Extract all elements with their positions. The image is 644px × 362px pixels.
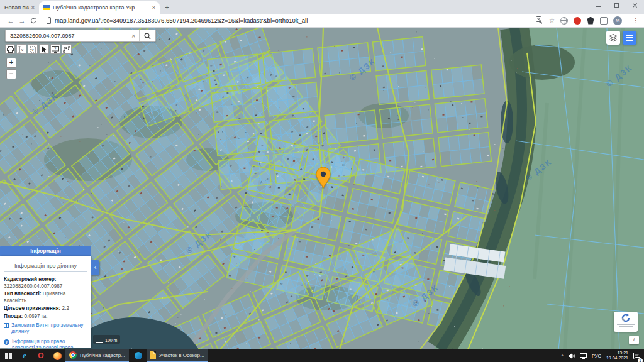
browser-menu-icon[interactable]: ⋮ bbox=[633, 17, 639, 24]
parcel-links: Замовити Витяг про земельну ділянкуiІнфо… bbox=[0, 321, 91, 348]
panel-collapse-button[interactable]: ‹ bbox=[91, 260, 99, 275]
windows-logo-icon bbox=[5, 353, 12, 359]
parcel-action-link[interactable]: iІнформація про право власності та речов… bbox=[4, 339, 87, 349]
close-icon[interactable] bbox=[632, 3, 638, 8]
bookmark-star-icon[interactable]: ☆ bbox=[549, 17, 555, 24]
cadastral-search-box: × bbox=[5, 30, 156, 42]
volume-icon[interactable] bbox=[569, 350, 575, 361]
print-button[interactable] bbox=[5, 44, 15, 54]
opera-icon: O bbox=[38, 351, 43, 360]
chrome-icon bbox=[69, 351, 77, 359]
map-toolbar: v v ? bbox=[5, 44, 72, 54]
taskbar-opera[interactable]: O bbox=[33, 349, 49, 362]
ukraine-flag-favicon bbox=[43, 5, 50, 10]
firefox-icon bbox=[53, 352, 62, 360]
identify-button[interactable]: ? bbox=[50, 44, 60, 54]
new-tab-button[interactable]: + bbox=[165, 3, 169, 12]
scale-bar: 100 m bbox=[93, 335, 120, 344]
tray-time: 13:21 bbox=[606, 351, 628, 356]
tab-close-icon[interactable]: × bbox=[31, 4, 35, 11]
pointer-tool-button[interactable] bbox=[39, 44, 49, 54]
zoom-controls: + − bbox=[6, 58, 16, 79]
rights-info-icon: i bbox=[4, 339, 9, 345]
reload-icon[interactable] bbox=[28, 18, 39, 24]
parcel-fields: Кадастровий номер:3220882600:04:007:0987… bbox=[0, 277, 91, 320]
parcel-field: Кадастровий номер:3220882600:04:007:0987 bbox=[4, 277, 87, 290]
address-bar[interactable]: map.land.gov.ua/?cc=3409187.35183076,650… bbox=[44, 16, 531, 26]
parcel-info-title: Інформація про ділянку bbox=[4, 260, 87, 272]
tray-date: 19.04.2021 bbox=[606, 356, 628, 361]
zoom-in-button[interactable]: + bbox=[6, 58, 16, 68]
attribution-widget[interactable] bbox=[614, 312, 638, 332]
language-indicator[interactable]: РУС bbox=[592, 353, 601, 359]
taskbar-window-title: Участок в Осокор... bbox=[159, 353, 204, 358]
start-button[interactable] bbox=[0, 349, 16, 362]
route-tool-button[interactable] bbox=[62, 44, 72, 54]
translate-icon[interactable] bbox=[536, 15, 543, 26]
extension-globe-icon[interactable] bbox=[560, 17, 568, 25]
browser-tab-bar: Новая вкладка × Публічна кадастрова карт… bbox=[0, 0, 644, 14]
taskbar-document-window[interactable]: Участок в Осокор... bbox=[147, 349, 208, 362]
route-icon bbox=[63, 46, 70, 53]
forward-icon[interactable]: → bbox=[16, 17, 28, 25]
hamburger-icon bbox=[626, 35, 633, 36]
edge-icon bbox=[135, 352, 142, 359]
ie-icon: e bbox=[23, 351, 26, 361]
identify-icon: ? bbox=[52, 46, 59, 53]
network-icon[interactable] bbox=[580, 350, 587, 361]
search-input[interactable] bbox=[6, 33, 128, 39]
back-icon[interactable]: ← bbox=[5, 17, 16, 25]
layers-button[interactable] bbox=[606, 31, 620, 45]
maximize-icon[interactable] bbox=[614, 3, 619, 8]
window-controls bbox=[596, 0, 644, 9]
extract-icon bbox=[4, 323, 9, 328]
measure-length-button[interactable]: v bbox=[16, 44, 26, 54]
profile-avatar[interactable]: M bbox=[613, 16, 622, 25]
tab-close-icon[interactable]: × bbox=[152, 4, 155, 11]
info-panel-header[interactable]: Інформація bbox=[0, 246, 91, 256]
zoom-out-button[interactable]: − bbox=[6, 69, 16, 79]
svg-text:v: v bbox=[31, 48, 33, 52]
document-icon bbox=[150, 351, 156, 359]
parcel-field: Тип власності: Приватна власність bbox=[4, 291, 87, 304]
tab-title: Публічна кадастрова карта Укр bbox=[53, 4, 150, 11]
tab-cadastral-map[interactable]: Публічна кадастрова карта Укр × bbox=[39, 1, 160, 14]
parcel-field: Площа: 0.0697 га. bbox=[4, 314, 87, 321]
clear-search-icon[interactable]: × bbox=[128, 33, 139, 40]
notification-badge: 1 bbox=[638, 358, 643, 362]
measure-length-icon: v bbox=[18, 46, 25, 53]
measure-area-icon: v bbox=[30, 46, 36, 53]
system-tray: ^ РУС 13:21 19.04.2021 1 bbox=[561, 350, 644, 361]
parcel-field: Цільове призначення: 2.2 bbox=[4, 305, 87, 312]
tab-title: Новая вкладка bbox=[4, 4, 29, 11]
toolbar-icons: ☆ M ⋮ bbox=[536, 15, 639, 26]
desktop: Новая вкладка × Публічна кадастрова карт… bbox=[0, 0, 644, 362]
map-menu-button[interactable] bbox=[623, 31, 636, 45]
extension-adblock-icon[interactable] bbox=[574, 17, 581, 25]
action-center-button[interactable]: 1 bbox=[633, 350, 640, 361]
scale-rule bbox=[96, 338, 103, 343]
print-icon bbox=[7, 46, 14, 53]
tray-expand-icon[interactable]: ^ bbox=[561, 353, 564, 359]
minimize-icon[interactable] bbox=[596, 3, 601, 8]
search-button[interactable] bbox=[139, 30, 155, 41]
pointer-icon bbox=[41, 46, 48, 53]
extension-pin-icon[interactable] bbox=[587, 17, 594, 25]
extension-list-icon[interactable] bbox=[600, 17, 608, 25]
measure-area-button[interactable]: v bbox=[28, 44, 38, 54]
clock[interactable]: 13:21 19.04.2021 bbox=[606, 351, 628, 361]
lock-icon[interactable] bbox=[47, 19, 51, 24]
attribution-text-line bbox=[619, 326, 633, 327]
scale-label: 100 m bbox=[105, 338, 117, 343]
svg-text:v: v bbox=[21, 48, 23, 52]
url-text[interactable]: map.land.gov.ua/?cc=3409187.35183076,650… bbox=[55, 17, 308, 24]
tab-new-tab[interactable]: Новая вкладка × bbox=[0, 1, 39, 14]
taskbar-firefox[interactable] bbox=[49, 349, 65, 362]
layers-icon bbox=[609, 34, 618, 42]
taskbar-chrome-window[interactable]: Публічна кадастр... bbox=[65, 349, 129, 362]
parcel-action-link[interactable]: Замовити Витяг про земельну ділянку bbox=[4, 322, 87, 336]
map-info-button[interactable]: i bbox=[629, 336, 639, 344]
taskbar-edge[interactable] bbox=[130, 349, 147, 362]
taskbar-ie[interactable]: e bbox=[16, 349, 33, 362]
attribution-text-line bbox=[617, 324, 635, 325]
